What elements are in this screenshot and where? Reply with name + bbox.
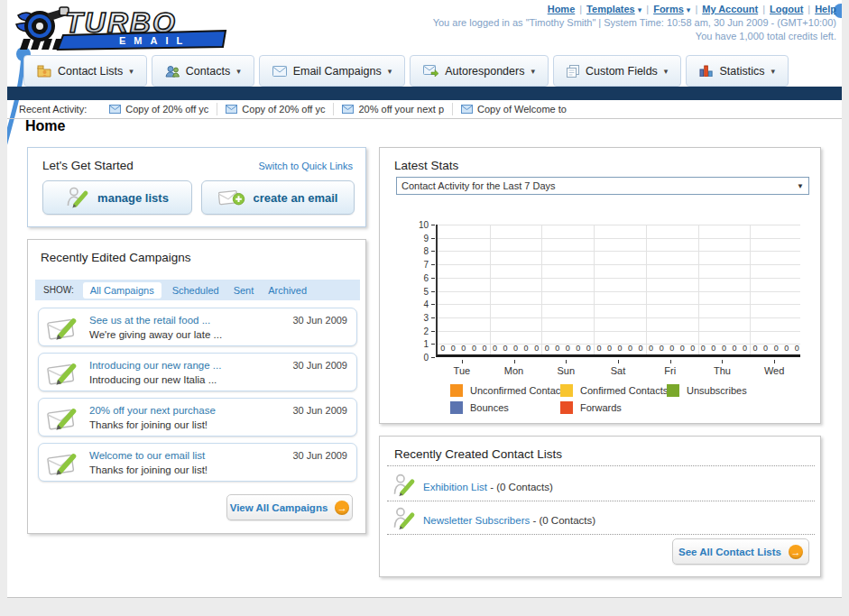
recent-activity-item[interactable]: Copy of 20% off yc xyxy=(101,103,217,115)
nav-home[interactable]: Home xyxy=(548,4,576,14)
campaign-row: 20% off your next purchase Thanks for jo… xyxy=(38,398,357,437)
nav-templates[interactable]: Templates xyxy=(586,4,635,14)
app-window: TURBO EMAIL Home|Templates ▾|Forms ▾|My … xyxy=(7,0,842,598)
bar-value-label: 0 xyxy=(616,344,623,353)
bar-chart-icon xyxy=(699,65,713,77)
tab-label: Autoresponders xyxy=(445,65,524,78)
x-axis-label: Fri xyxy=(644,365,697,376)
bar-value-label: 0 xyxy=(742,344,749,353)
tab-custom-fields[interactable]: Custom Fields▾ xyxy=(553,55,681,87)
bar-value-label: 0 xyxy=(460,344,467,353)
get-started-title: Let's Get Started xyxy=(42,159,134,172)
campaigns-title: Recently Edited Campaigns xyxy=(41,251,191,264)
x-axis-label: Tue xyxy=(436,365,488,376)
nav-my-account[interactable]: My Account xyxy=(702,4,758,14)
bar-value-label: 0 xyxy=(481,344,488,353)
people-icon xyxy=(165,65,180,78)
header-right: Home|Templates ▾|Forms ▾|My Account|Logo… xyxy=(433,4,836,41)
chevron-down-icon: ▾ xyxy=(664,67,669,76)
chevron-down-icon: ▾ xyxy=(236,67,241,76)
nav-logout[interactable]: Logout xyxy=(770,4,803,14)
bar-value-label: 0 xyxy=(689,344,697,353)
envelope-plus-icon xyxy=(218,187,245,208)
nav-forms[interactable]: Forms xyxy=(653,4,684,14)
campaign-link[interactable]: Introducing our new range ... xyxy=(89,360,221,371)
tab-statistics[interactable]: Statistics▾ xyxy=(686,55,789,87)
y-axis-label: 10 xyxy=(396,220,429,230)
see-all-contact-lists-button[interactable]: See All Contact Lists → xyxy=(672,538,809,565)
chevron-down-icon: ▾ xyxy=(388,67,392,76)
view-all-campaigns-button[interactable]: View All Campaigns → xyxy=(226,494,353,520)
campaign-row: See us at the retail food ... We're givi… xyxy=(38,308,357,346)
credits-info: You have 1,000 total credits left. xyxy=(433,31,836,41)
contact-list-link[interactable]: Newsletter Subscribers xyxy=(423,515,530,526)
chevron-down-icon: ▾ xyxy=(771,67,775,76)
chevron-down-icon: ▾ xyxy=(687,5,691,14)
campaign-link[interactable]: Welcome to our email list xyxy=(89,450,205,461)
tab-contact-lists[interactable]: Contact Lists▾ xyxy=(23,55,147,87)
contact-list-row: Newsletter Subscribers - (0 Contacts) xyxy=(423,515,595,526)
dotted-divider xyxy=(387,534,815,535)
bar-value-label: 0 xyxy=(627,344,634,353)
contact-lists-title: Recently Created Contact Lists xyxy=(394,447,562,461)
person-pencil-icon xyxy=(66,186,89,209)
chart-plot-area: 00000000000000000000000000000000000 xyxy=(436,225,800,357)
bar-value-label: 0 xyxy=(793,344,800,353)
contact-list-link[interactable]: Exhibition List xyxy=(423,482,487,492)
switch-to-quick-links[interactable]: Switch to Quick Links xyxy=(258,161,353,171)
legend-swatch xyxy=(450,401,463,414)
campaign-subtitle: Thanks for joining our list! xyxy=(89,464,208,475)
chevron-down-icon: ▾ xyxy=(531,67,535,76)
y-axis-label: 5 xyxy=(396,287,429,297)
bar-value-label: 0 xyxy=(752,344,759,353)
turbo-email-logo[interactable]: TURBO EMAIL xyxy=(13,3,229,51)
y-axis-label: 4 xyxy=(396,299,429,309)
tab-label: Statistics xyxy=(719,65,764,78)
y-axis-label: 2 xyxy=(396,326,429,336)
y-axis-label: 9 xyxy=(396,234,429,244)
stats-period-select[interactable]: Contact Activity for the Last 7 Days ▼ xyxy=(396,177,809,195)
manage-lists-button[interactable]: manage lists xyxy=(42,180,192,215)
campaign-date: 30 Jun 2009 xyxy=(292,405,347,416)
campaign-link[interactable]: 20% off your next purchase xyxy=(89,405,216,416)
tab-label: Contacts xyxy=(186,65,230,78)
bar-value-label: 0 xyxy=(710,344,717,353)
envelope-icon xyxy=(109,105,121,114)
nav-help[interactable]: Help xyxy=(815,4,836,14)
person-pencil-icon xyxy=(392,506,416,531)
bar-value-label: 0 xyxy=(439,344,447,353)
y-axis-label: 6 xyxy=(396,273,429,283)
tab-label: Email Campaigns xyxy=(293,65,382,78)
filter-archived[interactable]: Archived xyxy=(268,285,307,296)
bar-value-label: 0 xyxy=(491,344,498,353)
person-pencil-icon xyxy=(392,473,416,498)
dotted-divider xyxy=(387,501,815,501)
campaign-subtitle: Introducing our new Italia ... xyxy=(89,374,217,385)
recent-activity-item[interactable]: Copy of Welcome to xyxy=(453,103,575,115)
envelope-icon xyxy=(342,105,354,114)
filter-all-campaigns[interactable]: All Campaigns xyxy=(83,282,161,299)
bar-value-label: 0 xyxy=(605,344,613,353)
recent-activity-item[interactable]: Copy of 20% off yc xyxy=(217,103,334,115)
bar-value-label: 0 xyxy=(502,344,509,353)
campaign-filter-bar: SHOW: All Campaigns Scheduled Sent Archi… xyxy=(35,280,360,300)
bar-value-label: 0 xyxy=(512,344,520,353)
tab-email-campaigns[interactable]: Email Campaigns▾ xyxy=(259,55,406,87)
tab-contacts[interactable]: Contacts▾ xyxy=(152,55,254,87)
envelope-pencil-icon xyxy=(47,403,81,433)
recent-activity-item[interactable]: 20% off your next p xyxy=(334,103,453,115)
x-axis-label: Sat xyxy=(592,365,644,376)
bar-value-label: 0 xyxy=(699,344,706,353)
navy-divider-bar xyxy=(7,87,842,100)
bar-value-label: 0 xyxy=(658,344,665,353)
filter-scheduled[interactable]: Scheduled xyxy=(172,285,219,296)
chevron-down-icon: ▾ xyxy=(129,67,134,76)
filter-sent[interactable]: Sent xyxy=(234,285,254,296)
campaign-link[interactable]: See us at the retail food ... xyxy=(89,315,210,326)
create-email-button[interactable]: create an email xyxy=(201,180,355,215)
bar-value-label: 0 xyxy=(720,344,727,353)
bar-value-label: 0 xyxy=(522,344,530,353)
tab-autoresponders[interactable]: Autoresponders▾ xyxy=(410,55,549,87)
legend-swatch xyxy=(560,384,573,397)
legend-swatch xyxy=(450,384,463,397)
